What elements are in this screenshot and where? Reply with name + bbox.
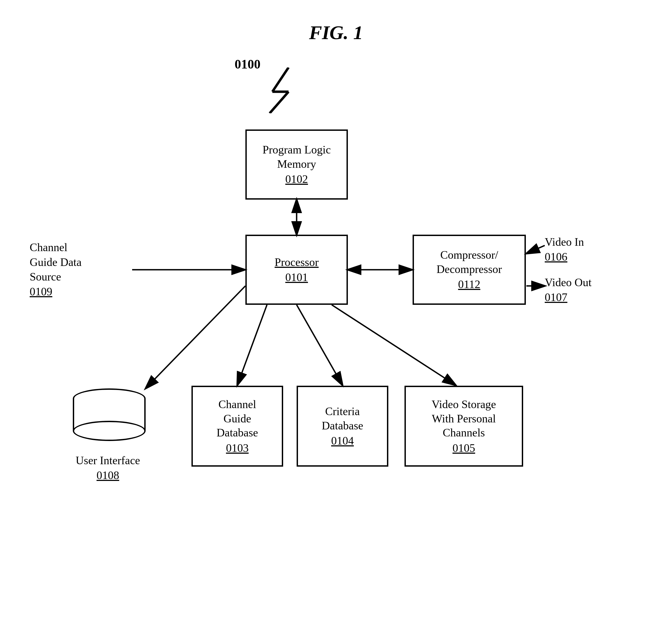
channel-guide-source-label: ChannelGuide DataSource 0109 (30, 240, 130, 299)
criteria-db-box: CriteriaDatabase 0104 (297, 386, 388, 466)
processor-id: 0101 (285, 270, 308, 284)
channel-guide-source-id: 0109 (30, 284, 130, 299)
ref-number: 0100 (235, 57, 260, 71)
channel-guide-db-box: ChannelGuideDatabase 0103 (191, 386, 283, 466)
channel-guide-db-id: 0103 (226, 441, 249, 455)
video-storage-box: Video StorageWith PersonalChannels 0105 (404, 386, 523, 466)
compressor-id: 0112 (458, 277, 480, 291)
compressor-box: Compressor/Decompressor 0112 (413, 235, 526, 305)
video-out-id: 0107 (545, 290, 612, 305)
video-in-label: Video In 0106 (545, 235, 609, 264)
video-in-id: 0106 (545, 249, 609, 264)
svg-line-13 (237, 305, 267, 385)
criteria-db-id: 0104 (331, 434, 354, 448)
channel-guide-db-label: ChannelGuideDatabase (216, 397, 258, 440)
page-title: FIG. 1 (309, 22, 363, 44)
lightning-icon (267, 67, 310, 113)
svg-line-15 (332, 305, 456, 385)
compressor-label: Compressor/Decompressor (436, 248, 502, 276)
criteria-db-label: CriteriaDatabase (322, 404, 363, 433)
video-out-label: Video Out 0107 (545, 275, 612, 305)
diagram-arrows (0, 0, 672, 622)
svg-line-2 (270, 92, 288, 113)
user-interface-label: User Interface 0108 (51, 453, 165, 483)
svg-line-12 (146, 286, 245, 388)
svg-line-14 (297, 305, 343, 385)
ui-cylinder-bottom (73, 421, 146, 441)
video-storage-label: Video StorageWith PersonalChannels (432, 397, 496, 440)
plm-box: Program LogicMemory 0102 (245, 130, 348, 200)
video-storage-id: 0105 (453, 441, 475, 455)
user-interface-id: 0108 (51, 468, 165, 483)
svg-line-0 (272, 67, 288, 92)
plm-id: 0102 (285, 172, 308, 186)
svg-line-10 (526, 245, 545, 253)
processor-box: Processor 0101 (245, 235, 348, 305)
processor-label: Processor (275, 255, 318, 270)
plm-label: Program LogicMemory (262, 143, 330, 171)
